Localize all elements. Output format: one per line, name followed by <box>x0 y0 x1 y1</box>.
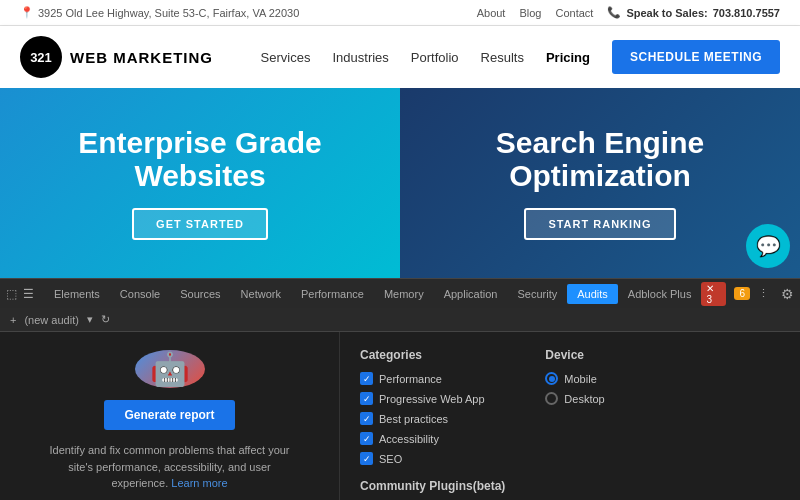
pricing-link[interactable]: Pricing <box>546 50 590 65</box>
error-count: 3 <box>706 294 712 305</box>
audit-reload-icon[interactable]: ↻ <box>101 313 110 326</box>
categories-title: Categories <box>360 348 505 362</box>
generate-report-button[interactable]: Generate report <box>104 400 234 430</box>
community-title: Community Plugins(beta) <box>360 479 505 493</box>
devtools-separator: ⋮ <box>758 287 769 300</box>
phone-number: 703.810.7557 <box>713 7 780 19</box>
nav-links: Services Industries Portfolio Results Pr… <box>261 40 780 74</box>
hero-right-cta[interactable]: START RANKING <box>524 208 675 240</box>
audit-description: Identify and fix common problems that af… <box>45 442 295 492</box>
audit-content: 🤖 Generate report Identify and fix commo… <box>0 332 800 500</box>
error-badge: ✕ 3 <box>701 282 726 306</box>
phone-icon: 📞 <box>607 6 621 19</box>
category-performance[interactable]: Performance <box>360 372 505 385</box>
mobile-radio[interactable] <box>545 372 558 385</box>
performance-checkbox[interactable] <box>360 372 373 385</box>
audit-description-text: Identify and fix common problems that af… <box>49 444 289 489</box>
tab-adblock-plus[interactable]: Adblock Plus <box>618 284 702 304</box>
hero-left: Enterprise Grade Websites GET STARTED <box>0 88 400 278</box>
hero-right: Search Engine Optimization START RANKING… <box>400 88 800 278</box>
blog-link[interactable]: Blog <box>519 7 541 19</box>
tab-application[interactable]: Application <box>434 284 508 304</box>
hero-right-title: Search Engine Optimization <box>420 126 780 192</box>
logo-circle: 321 <box>20 36 62 78</box>
hero-section: Enterprise Grade Websites GET STARTED Se… <box>0 88 800 278</box>
cursor-icon: ⬚ <box>6 287 17 301</box>
tab-sources[interactable]: Sources <box>170 284 230 304</box>
industries-link[interactable]: Industries <box>332 50 388 65</box>
plus-icon[interactable]: + <box>10 314 16 326</box>
location-icon: 📍 <box>20 6 34 19</box>
hero-left-title: Enterprise Grade Websites <box>20 126 380 192</box>
results-link[interactable]: Results <box>481 50 524 65</box>
category-best-practices[interactable]: Best practices <box>360 412 505 425</box>
nav-bar: 321 WEB MARKETING Services Industries Po… <box>0 26 800 88</box>
learn-more-link[interactable]: Learn more <box>171 477 227 489</box>
tab-performance[interactable]: Performance <box>291 284 374 304</box>
robot-icon: 🤖 <box>150 350 190 388</box>
tab-console[interactable]: Console <box>110 284 170 304</box>
logo-brand: WEB MARKETING <box>70 49 213 66</box>
best-practices-checkbox[interactable] <box>360 412 373 425</box>
new-audit-bar: + (new audit) ▾ ↻ <box>0 308 800 332</box>
tab-network[interactable]: Network <box>231 284 291 304</box>
hero-left-cta[interactable]: GET STARTED <box>132 208 268 240</box>
accessibility-label: Accessibility <box>379 433 439 445</box>
chat-bubble-button[interactable]: 💬 <box>746 224 790 268</box>
categories-column: Categories Performance Progressive Web A… <box>360 348 505 494</box>
devtools-tab-bar: ⬚ ☰ Elements Console Sources Network Per… <box>0 278 800 308</box>
tab-security[interactable]: Security <box>507 284 567 304</box>
inspect-icon: ☰ <box>23 287 34 301</box>
seo-checkbox[interactable] <box>360 452 373 465</box>
mobile-label: Mobile <box>564 373 596 385</box>
device-desktop[interactable]: Desktop <box>545 392 604 405</box>
services-link[interactable]: Services <box>261 50 311 65</box>
pwa-label: Progressive Web App <box>379 393 485 405</box>
tab-memory[interactable]: Memory <box>374 284 434 304</box>
warning-count: 6 <box>739 288 745 299</box>
logo[interactable]: 321 WEB MARKETING <box>20 36 213 78</box>
device-title: Device <box>545 348 604 362</box>
best-practices-label: Best practices <box>379 413 448 425</box>
tab-audits[interactable]: Audits <box>567 284 618 304</box>
speak-to-sales-label: Speak to Sales: <box>626 7 707 19</box>
category-accessibility[interactable]: Accessibility <box>360 432 505 445</box>
tab-elements[interactable]: Elements <box>44 284 110 304</box>
device-column: Device Mobile Desktop <box>545 348 604 494</box>
new-audit-label: (new audit) <box>24 314 78 326</box>
devtools-icons: ⬚ ☰ <box>6 287 44 301</box>
devtools-settings-icon[interactable]: ⚙ <box>781 286 794 302</box>
schedule-meeting-button[interactable]: SCHEDULE MEETING <box>612 40 780 74</box>
performance-label: Performance <box>379 373 442 385</box>
portfolio-link[interactable]: Portfolio <box>411 50 459 65</box>
address-text: 3925 Old Lee Highway, Suite 53-C, Fairfa… <box>38 7 299 19</box>
address: 📍 3925 Old Lee Highway, Suite 53-C, Fair… <box>20 6 299 19</box>
contact-link[interactable]: Contact <box>555 7 593 19</box>
desktop-label: Desktop <box>564 393 604 405</box>
community-section: Community Plugins(beta) Publisher Ads <box>360 479 505 500</box>
error-x-icon: ✕ <box>706 283 714 294</box>
logo-number: 321 <box>30 50 52 65</box>
device-mobile[interactable]: Mobile <box>545 372 604 385</box>
top-links: About Blog Contact 📞 Speak to Sales: 703… <box>477 6 780 19</box>
about-link[interactable]: About <box>477 7 506 19</box>
audit-right-panel: Categories Performance Progressive Web A… <box>340 332 800 500</box>
accessibility-checkbox[interactable] <box>360 432 373 445</box>
audit-illustration: 🤖 <box>135 350 205 388</box>
logo-text-block: WEB MARKETING <box>70 49 213 66</box>
category-seo[interactable]: SEO <box>360 452 505 465</box>
audit-left-panel: 🤖 Generate report Identify and fix commo… <box>0 332 340 500</box>
audit-dropdown-icon[interactable]: ▾ <box>87 313 93 326</box>
warning-badge: 6 <box>734 287 750 300</box>
top-bar: 📍 3925 Old Lee Highway, Suite 53-C, Fair… <box>0 0 800 26</box>
seo-label: SEO <box>379 453 402 465</box>
phone-contact: 📞 Speak to Sales: 703.810.7557 <box>607 6 780 19</box>
devtools-right-controls: ✕ 3 6 ⋮ ⚙ <box>701 282 794 306</box>
pwa-checkbox[interactable] <box>360 392 373 405</box>
category-pwa[interactable]: Progressive Web App <box>360 392 505 405</box>
desktop-radio[interactable] <box>545 392 558 405</box>
